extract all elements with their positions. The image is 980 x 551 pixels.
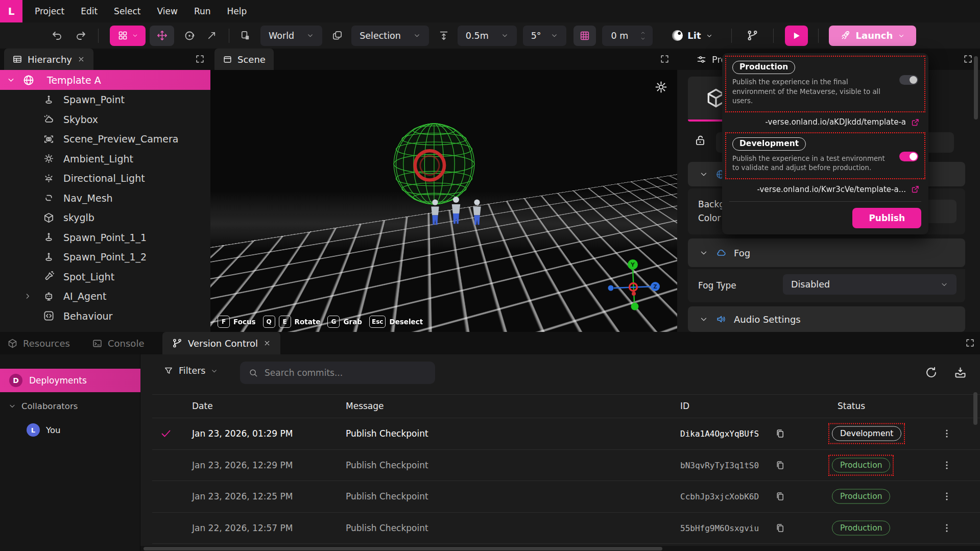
deploy-settings-icon[interactable] — [953, 366, 967, 379]
fog-type-dropdown[interactable]: Disabled — [783, 274, 957, 295]
gizmo-red-handle[interactable] — [632, 292, 636, 296]
table-horizontal-scrollbar[interactable] — [144, 547, 662, 550]
paste-button[interactable] — [240, 30, 251, 41]
tree-item[interactable]: Nav_Mesh — [0, 188, 210, 208]
space-mode-dropdown[interactable]: World — [260, 26, 322, 46]
kebab-menu-icon[interactable] — [941, 428, 952, 439]
layout-tool-button[interactable] — [110, 26, 146, 46]
launch-button[interactable]: Launch — [829, 26, 917, 46]
move-tool-button[interactable] — [150, 26, 174, 46]
commit-row[interactable]: Jan 23, 2026, 12:25 PM Publish Checkpoin… — [140, 481, 980, 512]
avatar-figure[interactable] — [448, 196, 464, 230]
elevation-stepper[interactable]: 0 m — [602, 26, 653, 46]
viewport-3d[interactable]: Y Z FFocus QERotate GGrab EscDeselect — [210, 70, 677, 332]
expand-icon[interactable] — [195, 54, 205, 64]
external-link-icon[interactable] — [911, 117, 920, 127]
version-control-button[interactable] — [746, 29, 759, 42]
sidebar-item-you[interactable]: L You — [0, 420, 140, 440]
close-icon[interactable] — [77, 55, 85, 63]
gizmo-y2-handle[interactable] — [631, 303, 639, 310]
tree-item[interactable]: Spot_Light — [0, 267, 210, 287]
gizmo-x-handle[interactable] — [608, 285, 614, 291]
chevron-right-icon[interactable] — [23, 292, 32, 300]
kebab-menu-icon[interactable] — [941, 491, 952, 502]
selection-mode-dropdown[interactable]: Selection — [351, 26, 429, 46]
tree-item[interactable]: Behaviour — [0, 306, 210, 326]
expand-icon[interactable] — [963, 54, 973, 64]
menu-select[interactable]: Select — [114, 6, 140, 16]
chevron-down-icon[interactable] — [639, 36, 647, 41]
production-toggle[interactable] — [899, 75, 918, 85]
commit-row[interactable]: Jan 23, 2026, 01:29 PM Publish Checkpoin… — [140, 418, 980, 449]
scale-tool-button[interactable] — [206, 30, 218, 41]
refresh-icon[interactable] — [924, 366, 938, 379]
tree-item[interactable]: Spawn_Point — [0, 90, 210, 110]
tree-item[interactable]: skyglb — [0, 208, 210, 228]
close-icon[interactable] — [263, 339, 271, 347]
external-link-icon[interactable] — [911, 184, 920, 194]
kebab-menu-icon[interactable] — [941, 522, 952, 534]
commit-row[interactable]: Jan 22, 2026, 12:57 PM Publish Checkpoin… — [140, 512, 980, 543]
wireframe-sphere[interactable] — [390, 120, 478, 208]
menu-run[interactable]: Run — [194, 6, 211, 16]
expand-icon[interactable] — [660, 54, 670, 64]
rotate-tool-button[interactable] — [183, 30, 196, 42]
tree-item[interactable]: Scene_Preview_Camera — [0, 129, 210, 149]
publish-button[interactable]: Publish — [852, 208, 921, 228]
development-url[interactable]: -verse.onland.io/Kwr3cVe/template-a... — [757, 185, 906, 194]
copy-icon[interactable] — [775, 491, 785, 501]
avatar-figure[interactable] — [470, 199, 484, 230]
tab-version-control[interactable]: Version Control — [162, 332, 280, 354]
drop-to-floor-button[interactable] — [438, 30, 449, 41]
play-button[interactable] — [785, 26, 808, 46]
snap-grid-button[interactable] — [573, 26, 596, 46]
col-header-id[interactable]: ID — [680, 401, 689, 411]
lock-open-icon[interactable] — [694, 134, 707, 147]
app-logo[interactable]: L — [0, 0, 22, 22]
copy-icon[interactable] — [775, 428, 785, 439]
copy-icon[interactable] — [775, 522, 785, 533]
expand-icon[interactable] — [965, 338, 975, 348]
tree-item[interactable]: AI_Agent — [0, 286, 210, 306]
pivot-button[interactable] — [331, 30, 343, 41]
menu-view[interactable]: View — [157, 6, 178, 16]
tab-console[interactable]: Console — [92, 332, 144, 354]
tree-item[interactable]: Spawn_Point_1_2 — [0, 247, 210, 267]
properties-scrollbar[interactable] — [974, 56, 978, 119]
search-commits-box[interactable] — [240, 362, 435, 384]
kebab-menu-icon[interactable] — [941, 460, 952, 471]
commit-row[interactable]: Jan 23, 2026, 12:29 PM Publish Checkpoin… — [140, 449, 980, 481]
tab-scene[interactable]: Scene — [214, 49, 274, 70]
viewport-settings-gear-icon[interactable] — [654, 80, 668, 94]
redo-button[interactable] — [75, 30, 87, 42]
undo-button[interactable] — [51, 30, 63, 42]
tree-item[interactable]: Skybox — [0, 110, 210, 130]
shading-dropdown[interactable]: Lit — [672, 30, 712, 41]
rotation-step-dropdown[interactable]: 5° — [523, 26, 566, 46]
sidebar-item-deployments[interactable]: D Deployments — [0, 369, 140, 392]
tab-hierarchy[interactable]: Hierarchy — [4, 49, 93, 70]
menu-project[interactable]: Project — [35, 6, 64, 16]
menu-edit[interactable]: Edit — [81, 6, 98, 16]
tree-item[interactable]: Directional_Light — [0, 169, 210, 188]
section-fog[interactable]: Fog — [688, 238, 965, 267]
tab-resources[interactable]: Resources — [7, 332, 70, 354]
section-audio[interactable]: Audio Settings — [688, 306, 965, 332]
copy-icon[interactable] — [775, 460, 785, 470]
transform-gizmo[interactable]: Y Z — [604, 258, 665, 314]
development-toggle[interactable] — [899, 152, 918, 161]
col-header-message[interactable]: Message — [346, 401, 384, 411]
tree-item[interactable]: Spawn_Point_1_1 — [0, 228, 210, 248]
sidebar-item-collaborators[interactable]: Collaborators — [0, 397, 140, 415]
col-header-status[interactable]: Status — [838, 401, 865, 411]
tree-item-root[interactable]: Template A — [0, 70, 210, 90]
grid-step-dropdown[interactable]: 0.5m — [458, 26, 517, 46]
tree-item[interactable]: Ambient_Light — [0, 149, 210, 169]
menu-help[interactable]: Help — [227, 6, 247, 16]
chevron-up-icon[interactable] — [639, 30, 647, 36]
search-commits-input[interactable] — [265, 368, 418, 378]
production-url[interactable]: -verse.onland.io/aKDJkdd/template-a — [766, 117, 906, 127]
filters-dropdown[interactable]: Filters — [163, 366, 218, 376]
table-vertical-scrollbar[interactable] — [973, 392, 977, 425]
col-header-date[interactable]: Date — [192, 401, 213, 411]
